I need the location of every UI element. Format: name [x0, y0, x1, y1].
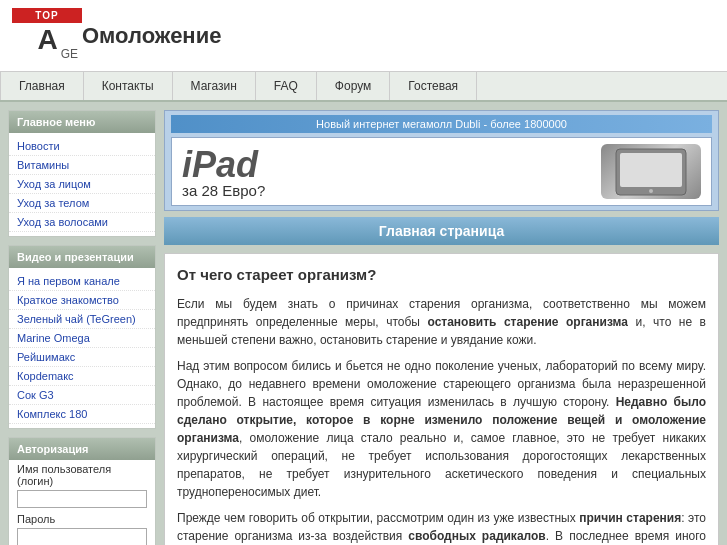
article-bold-2: Недавно было сделано открытие, которое в… [177, 395, 706, 445]
list-item: Краткое знакомство [9, 291, 155, 310]
list-item: Витамины [9, 156, 155, 175]
video-menu-box: Видео и презентации Я на первом канале К… [8, 245, 156, 429]
list-item: Я на первом канале [9, 272, 155, 291]
list-item: Комплекс 180 [9, 405, 155, 424]
password-input[interactable] [17, 528, 147, 545]
video-link-1[interactable]: Краткое знакомство [9, 291, 155, 310]
nav-item-faq[interactable]: FAQ [256, 72, 317, 100]
article-bold-3: причин старения [579, 511, 681, 525]
auth-title: Авторизация [9, 438, 155, 460]
video-menu-list: Я на первом канале Краткое знакомство Зе… [9, 268, 155, 428]
article-heading: От чего стареет организм? [177, 264, 706, 287]
svg-point-2 [649, 189, 653, 193]
list-item: Новости [9, 137, 155, 156]
video-link-6[interactable]: Сок G3 [9, 386, 155, 405]
nav-item-forum[interactable]: Форум [317, 72, 390, 100]
nav-item-guestbook[interactable]: Гостевая [390, 72, 477, 100]
nav-item-shop[interactable]: Магазин [173, 72, 256, 100]
list-item: Уход за лицом [9, 175, 155, 194]
ipad-label: iPad [182, 144, 591, 186]
article-paragraph1: Если мы будем знать о причинах старения … [177, 295, 706, 349]
list-item: Зеленый чай (TeGreen) [9, 310, 155, 329]
sidebar: Главное меню Новости Витамины Уход за ли… [8, 110, 156, 545]
article-paragraph2: Над этим вопросом бились и бьется не одн… [177, 357, 706, 501]
video-link-2[interactable]: Зеленый чай (TeGreen) [9, 310, 155, 329]
logo-main: A [37, 24, 56, 56]
list-item: Уход за волосами [9, 213, 155, 232]
main-menu-title: Главное меню [9, 111, 155, 133]
video-link-5[interactable]: Корdemакс [9, 367, 155, 386]
menu-link-hair[interactable]: Уход за волосами [9, 213, 155, 232]
article-bold-1: остановить старение организма [427, 315, 628, 329]
menu-link-body[interactable]: Уход за телом [9, 194, 155, 213]
nav-item-contacts[interactable]: Контакты [84, 72, 173, 100]
logo-top-text: TOP [12, 8, 82, 23]
video-link-4[interactable]: Рейшимакс [9, 348, 155, 367]
layout: Главное меню Новости Витамины Уход за ли… [0, 102, 727, 545]
logo: TOP A GE [12, 8, 82, 63]
main-nav: Главная Контакты Магазин FAQ Форум Госте… [0, 72, 727, 102]
article-paragraph3: Прежде чем говорить об открытии, рассмот… [177, 509, 706, 546]
header: TOP A GE Омоложение [0, 0, 727, 72]
ipad-image [601, 144, 701, 199]
svg-rect-1 [620, 153, 682, 187]
article: От чего стареет организм? Если мы будем … [164, 253, 719, 545]
ipad-price: за 28 Евро? [182, 182, 591, 199]
password-label: Пароль [9, 510, 155, 526]
username-label: Имя пользователя (логин) [9, 460, 155, 488]
main-content: Новый интернет мегамолл Dubli - более 18… [164, 110, 719, 545]
main-menu-box: Главное меню Новости Витамины Уход за ли… [8, 110, 156, 237]
list-item: Marine Omega [9, 329, 155, 348]
video-link-3[interactable]: Marine Omega [9, 329, 155, 348]
banner: Новый интернет мегамолл Dubli - более 18… [164, 110, 719, 211]
logo-ge: GE [61, 47, 78, 61]
menu-link-face[interactable]: Уход за лицом [9, 175, 155, 194]
banner-top-text: Новый интернет мегамолл Dubli - более 18… [171, 115, 712, 133]
auth-box: Авторизация Имя пользователя (логин) Пар… [8, 437, 156, 545]
page-title-bar: Главная страница [164, 217, 719, 245]
menu-link-vitamins[interactable]: Витамины [9, 156, 155, 175]
list-item: Сок G3 [9, 386, 155, 405]
menu-link-news[interactable]: Новости [9, 137, 155, 156]
username-input[interactable] [17, 490, 147, 508]
video-link-0[interactable]: Я на первом канале [9, 272, 155, 291]
main-menu-list: Новости Витамины Уход за лицом Уход за т… [9, 133, 155, 236]
list-item: Рейшимакс [9, 348, 155, 367]
site-title: Омоложение [82, 23, 221, 49]
nav-item-home[interactable]: Главная [0, 72, 84, 100]
article-bold-4: свободных радикалов [408, 529, 545, 543]
banner-inner: iPad за 28 Евро? [171, 137, 712, 206]
list-item: Корdemакс [9, 367, 155, 386]
list-item: Уход за телом [9, 194, 155, 213]
video-link-7[interactable]: Комплекс 180 [9, 405, 155, 424]
ipad-text: iPad за 28 Евро? [182, 144, 591, 199]
video-menu-title: Видео и презентации [9, 246, 155, 268]
